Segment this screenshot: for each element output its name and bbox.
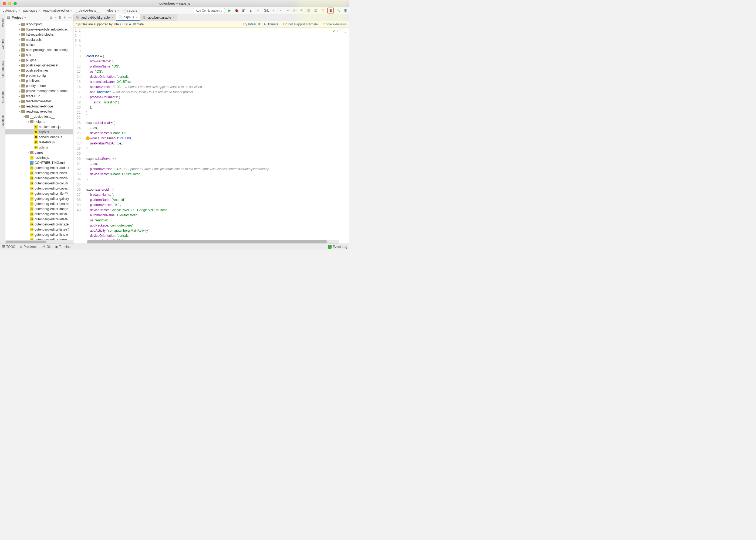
tree-scrollbar[interactable] <box>6 240 47 243</box>
tree-item[interactable]: JSgutenberg-editor-file-@ <box>5 191 73 196</box>
tree-item[interactable]: JStest-data.js <box>5 140 73 145</box>
todo-tab[interactable]: ☰ TODO <box>2 245 15 249</box>
event-log-tab[interactable]: 1 Event Log <box>328 245 347 249</box>
maximize-window-button[interactable] <box>14 2 17 5</box>
editor-tab[interactable]: 🐘android/build.gradle× <box>73 14 116 21</box>
tree-item[interactable]: JSgutenberg-editor-gallery <box>5 196 73 201</box>
tree-item[interactable]: JSgutenberg-editor-lists-@ <box>5 227 73 232</box>
tree-item[interactable]: ▸npm-package-json-lint-config <box>5 47 73 53</box>
tree-item[interactable]: JSgutenberg-editor-lists-e <box>5 232 73 237</box>
tree-item[interactable]: JS.eslintrc.js <box>5 155 73 160</box>
tree-item[interactable]: ▸library-export-default-webpac <box>5 27 73 32</box>
run-icon[interactable]: ▶ <box>227 8 232 13</box>
editor-scrollbar[interactable] <box>87 240 327 243</box>
ide-icon-2[interactable]: ▤ <box>313 8 318 13</box>
tree-item[interactable]: ▾helpers <box>5 119 73 124</box>
breadcrumb-item[interactable]: gutenberg <box>2 8 21 13</box>
code-editor[interactable]: ✔1 ˆˇ⋮ const ios = { browserName: '', pl… <box>84 28 349 243</box>
tree-item[interactable]: JSgutenberg-editor-image <box>5 206 73 211</box>
breadcrumb-item[interactable]: react-native-editor <box>42 8 73 13</box>
tree-item[interactable]: JSgutenberg-editor-initial- <box>5 211 73 216</box>
close-tab-icon[interactable]: × <box>136 15 138 19</box>
locate-icon[interactable]: ⊕ <box>50 16 53 19</box>
tree-item[interactable]: ▸pages <box>5 150 73 155</box>
tree-item[interactable]: ▸prettier-config <box>5 73 73 78</box>
tree-item[interactable]: JSgutenberg-editor-colum <box>5 181 73 186</box>
git-commit-icon[interactable]: ✓ <box>278 8 283 13</box>
tree-item[interactable]: JScaps.js <box>5 129 73 134</box>
settings-icon[interactable]: ✻ <box>63 16 66 19</box>
tree-item[interactable]: ▸react-i18n <box>5 93 73 98</box>
tree-item[interactable]: ▸postcss-themes <box>5 68 73 73</box>
git-rollback-icon[interactable]: ↶ <box>299 8 304 13</box>
profile-icon[interactable]: ⧗ <box>248 8 253 13</box>
tree-item[interactable]: JSappium-local.js <box>5 124 73 129</box>
intention-bulb-icon[interactable] <box>86 136 90 140</box>
tree-item[interactable]: ▸react-native-bridge <box>5 104 73 109</box>
tree-item[interactable]: ▸react-native-aztec <box>5 98 73 104</box>
problems-tab[interactable]: ⊘ Problems <box>20 245 37 249</box>
editor-tab[interactable]: 🐘app/build.gradle× <box>140 14 178 21</box>
debug-icon[interactable]: 🐞 <box>234 8 239 13</box>
tree-item[interactable]: JSgutenberg-editor-block- <box>5 176 73 181</box>
tree-item[interactable]: CONTRIBUTING.md <box>5 160 73 165</box>
leftbar-tab-commit[interactable]: Commit <box>1 37 5 51</box>
tree-item[interactable]: ▾__device-tests__ <box>5 114 73 119</box>
git-push-icon[interactable]: ↗ <box>285 8 290 13</box>
close-tab-icon[interactable]: × <box>111 15 113 20</box>
tree-item[interactable]: ▸nux <box>5 53 73 58</box>
git-update-icon[interactable]: ✓ <box>271 8 276 13</box>
tree-item[interactable]: ▸project-management-automat <box>5 88 73 93</box>
tree-item[interactable]: ▸lazy-import <box>5 22 73 27</box>
leftbar-tab-favorites[interactable]: Favorites <box>1 113 5 130</box>
terminal-tab[interactable]: ▣ Terminal <box>55 245 71 249</box>
breadcrumb-item[interactable]: 📄 caps.js <box>121 8 140 13</box>
close-tab-icon[interactable]: × <box>173 15 175 20</box>
tree-item[interactable]: JSgutenberg-editor-lists.te <box>5 222 73 227</box>
tree-item[interactable]: JSserverConfigs.js <box>5 134 73 140</box>
tree-item[interactable]: JSgutenberg-editor-block- <box>5 170 73 176</box>
breadcrumb-item[interactable]: packages <box>22 8 41 13</box>
tree-item[interactable]: JSutils.js <box>5 145 73 150</box>
profile-avatar-icon[interactable]: 👤 <box>343 8 348 13</box>
tree-item[interactable]: JSgutenberg-editor-audio.t <box>5 165 73 170</box>
add-configuration-button[interactable]: Add Configuration... <box>193 8 225 13</box>
breadcrumb-item[interactable]: __device-tests__ <box>74 8 103 13</box>
ide-icon-1[interactable]: ▧ <box>306 8 311 13</box>
flatten-icon[interactable]: ≡ <box>55 16 57 19</box>
tree-item[interactable]: JSgutenberg-editor-cover. <box>5 186 73 191</box>
editor-tab[interactable]: 📄caps.js× <box>116 14 140 21</box>
close-window-button[interactable] <box>3 2 6 5</box>
tree-item[interactable]: JSgutenberg-editor-headin <box>5 201 73 206</box>
breadcrumb-item[interactable]: helpers <box>104 8 120 13</box>
tree-item[interactable]: ▾react-native-editor <box>5 109 73 114</box>
leftbar-tab-project[interactable]: Project <box>1 16 5 29</box>
minimize-window-button[interactable] <box>8 2 11 5</box>
sidebar-title: Project <box>12 16 23 19</box>
promo-link[interactable]: Ignore extension <box>323 22 347 26</box>
tree-item[interactable]: ▸priority-queue <box>5 83 73 88</box>
collapse-icon[interactable]: — <box>68 16 71 19</box>
promo-link[interactable]: Try IntelliJ IDEA Ultimate <box>243 22 278 26</box>
leftbar-tab-structure[interactable]: Structure <box>1 89 5 105</box>
tree-item[interactable]: ▸primitives <box>5 78 73 83</box>
sort-icon[interactable]: ⇅ <box>59 16 61 19</box>
tree-item[interactable]: ▸list-reusable-blocks <box>5 32 73 37</box>
leftbar-tab-pull-requests[interactable]: Pull Requests <box>1 59 5 81</box>
tree-item[interactable]: ▸postcss-plugins-preset <box>5 63 73 68</box>
tree-item[interactable]: ▸plugins <box>5 58 73 63</box>
promo-banner: *.js files are supported by IntelliJ IDE… <box>73 21 349 28</box>
ide-icon-3[interactable]: ▯ <box>320 8 325 13</box>
search-everywhere-icon[interactable]: 🔍 <box>336 8 341 13</box>
coverage-icon[interactable]: ◧ <box>241 8 246 13</box>
tree-item[interactable]: JSgutenberg-editor-latest- <box>5 216 73 222</box>
git-history-icon[interactable]: 🕘 <box>292 8 297 13</box>
tree-item[interactable]: ▸notices <box>5 42 73 47</box>
inspections-widget[interactable]: ✔1 ˆˇ⋮ <box>333 29 347 34</box>
stop-icon: ■ <box>255 8 260 13</box>
project-tree[interactable]: ▸lazy-import▸library-export-default-webp… <box>5 21 73 243</box>
tree-item[interactable]: ▸media-utils <box>5 37 73 42</box>
git-tab[interactable]: ⎇ Git <box>42 245 51 249</box>
avd-manager-icon[interactable]: 📱 <box>327 8 334 14</box>
promo-link[interactable]: Do not suggest Ultimate <box>283 22 318 26</box>
